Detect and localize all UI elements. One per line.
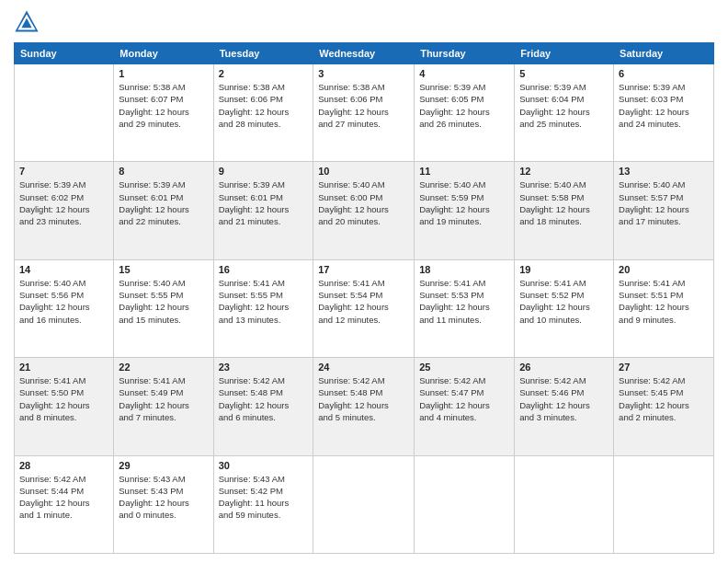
- day-number: 3: [318, 68, 409, 79]
- day-number: 1: [119, 68, 208, 79]
- table-cell: 15Sunrise: 5:40 AM Sunset: 5:55 PM Dayli…: [114, 259, 213, 357]
- table-cell: 28Sunrise: 5:42 AM Sunset: 5:44 PM Dayli…: [15, 455, 114, 553]
- weekday-header-row: SundayMondayTuesdayWednesdayThursdayFrid…: [15, 43, 714, 64]
- day-info: Sunrise: 5:40 AM Sunset: 6:00 PM Dayligh…: [318, 178, 409, 227]
- day-info: Sunrise: 5:41 AM Sunset: 5:53 PM Dayligh…: [419, 277, 509, 326]
- week-row-3: 14Sunrise: 5:40 AM Sunset: 5:56 PM Dayli…: [15, 259, 714, 357]
- table-cell: 13Sunrise: 5:40 AM Sunset: 5:57 PM Dayli…: [614, 162, 714, 259]
- table-cell: 6Sunrise: 5:39 AM Sunset: 6:03 PM Daylig…: [614, 64, 714, 162]
- day-info: Sunrise: 5:43 AM Sunset: 5:43 PM Dayligh…: [119, 473, 208, 522]
- day-number: 11: [419, 166, 509, 177]
- table-cell: [313, 455, 415, 553]
- day-number: 4: [419, 68, 509, 79]
- day-info: Sunrise: 5:38 AM Sunset: 6:06 PM Dayligh…: [318, 81, 409, 130]
- day-number: 14: [19, 264, 108, 275]
- day-info: Sunrise: 5:39 AM Sunset: 6:03 PM Dayligh…: [619, 81, 709, 130]
- table-cell: 22Sunrise: 5:41 AM Sunset: 5:49 PM Dayli…: [114, 358, 213, 455]
- day-info: Sunrise: 5:39 AM Sunset: 6:05 PM Dayligh…: [419, 81, 509, 130]
- day-number: 16: [219, 264, 309, 275]
- table-cell: 5Sunrise: 5:39 AM Sunset: 6:04 PM Daylig…: [515, 64, 614, 162]
- day-number: 12: [519, 166, 609, 177]
- day-info: Sunrise: 5:41 AM Sunset: 5:51 PM Dayligh…: [619, 277, 709, 326]
- day-number: 28: [19, 460, 108, 471]
- day-info: Sunrise: 5:41 AM Sunset: 5:49 PM Dayligh…: [119, 374, 208, 423]
- day-info: Sunrise: 5:41 AM Sunset: 5:52 PM Dayligh…: [519, 277, 609, 326]
- table-cell: 25Sunrise: 5:42 AM Sunset: 5:47 PM Dayli…: [415, 358, 515, 455]
- table-cell: 16Sunrise: 5:41 AM Sunset: 5:55 PM Dayli…: [213, 259, 313, 357]
- day-number: 26: [519, 362, 609, 373]
- table-cell: 7Sunrise: 5:39 AM Sunset: 6:02 PM Daylig…: [15, 162, 114, 259]
- table-cell: 30Sunrise: 5:43 AM Sunset: 5:42 PM Dayli…: [213, 455, 313, 553]
- table-cell: [515, 455, 614, 553]
- page: SundayMondayTuesdayWednesdayThursdayFrid…: [0, 0, 728, 563]
- day-number: 24: [318, 362, 409, 373]
- table-cell: 20Sunrise: 5:41 AM Sunset: 5:51 PM Dayli…: [614, 259, 714, 357]
- day-number: 30: [219, 460, 309, 471]
- table-cell: 17Sunrise: 5:41 AM Sunset: 5:54 PM Dayli…: [313, 259, 415, 357]
- day-number: 15: [119, 264, 208, 275]
- day-info: Sunrise: 5:43 AM Sunset: 5:42 PM Dayligh…: [219, 473, 309, 522]
- day-info: Sunrise: 5:40 AM Sunset: 5:59 PM Dayligh…: [419, 178, 509, 227]
- day-info: Sunrise: 5:40 AM Sunset: 5:55 PM Dayligh…: [119, 277, 208, 326]
- day-number: 19: [519, 264, 609, 275]
- day-info: Sunrise: 5:42 AM Sunset: 5:46 PM Dayligh…: [519, 374, 609, 423]
- table-cell: 19Sunrise: 5:41 AM Sunset: 5:52 PM Dayli…: [515, 259, 614, 357]
- table-cell: 27Sunrise: 5:42 AM Sunset: 5:45 PM Dayli…: [614, 358, 714, 455]
- table-cell: 8Sunrise: 5:39 AM Sunset: 6:01 PM Daylig…: [114, 162, 213, 259]
- day-number: 2: [219, 68, 309, 79]
- day-info: Sunrise: 5:39 AM Sunset: 6:01 PM Dayligh…: [119, 178, 208, 227]
- day-info: Sunrise: 5:39 AM Sunset: 6:02 PM Dayligh…: [19, 178, 108, 227]
- logo-icon: [14, 9, 40, 35]
- day-number: 20: [619, 264, 709, 275]
- day-number: 18: [419, 264, 509, 275]
- table-cell: 10Sunrise: 5:40 AM Sunset: 6:00 PM Dayli…: [313, 162, 415, 259]
- day-number: 25: [419, 362, 509, 373]
- table-cell: 12Sunrise: 5:40 AM Sunset: 5:58 PM Dayli…: [515, 162, 614, 259]
- week-row-1: 1Sunrise: 5:38 AM Sunset: 6:07 PM Daylig…: [15, 64, 714, 162]
- week-row-2: 7Sunrise: 5:39 AM Sunset: 6:02 PM Daylig…: [15, 162, 714, 259]
- day-info: Sunrise: 5:42 AM Sunset: 5:48 PM Dayligh…: [318, 374, 409, 423]
- logo: [14, 9, 43, 35]
- day-info: Sunrise: 5:41 AM Sunset: 5:55 PM Dayligh…: [219, 277, 309, 326]
- table-cell: 14Sunrise: 5:40 AM Sunset: 5:56 PM Dayli…: [15, 259, 114, 357]
- table-cell: [15, 64, 114, 162]
- day-number: 8: [119, 166, 208, 177]
- table-cell: [614, 455, 714, 553]
- table-cell: 9Sunrise: 5:39 AM Sunset: 6:01 PM Daylig…: [213, 162, 313, 259]
- day-info: Sunrise: 5:41 AM Sunset: 5:50 PM Dayligh…: [19, 374, 108, 423]
- calendar-table: SundayMondayTuesdayWednesdayThursdayFrid…: [14, 42, 714, 554]
- day-number: 22: [119, 362, 208, 373]
- day-info: Sunrise: 5:42 AM Sunset: 5:48 PM Dayligh…: [219, 374, 309, 423]
- header-thursday: Thursday: [415, 43, 515, 64]
- header: [14, 9, 714, 35]
- day-info: Sunrise: 5:42 AM Sunset: 5:47 PM Dayligh…: [419, 374, 509, 423]
- table-cell: 2Sunrise: 5:38 AM Sunset: 6:06 PM Daylig…: [213, 64, 313, 162]
- header-sunday: Sunday: [15, 43, 114, 64]
- table-cell: [415, 455, 515, 553]
- day-info: Sunrise: 5:41 AM Sunset: 5:54 PM Dayligh…: [318, 277, 409, 326]
- day-number: 13: [619, 166, 709, 177]
- day-info: Sunrise: 5:42 AM Sunset: 5:45 PM Dayligh…: [619, 374, 709, 423]
- table-cell: 24Sunrise: 5:42 AM Sunset: 5:48 PM Dayli…: [313, 358, 415, 455]
- day-info: Sunrise: 5:40 AM Sunset: 5:56 PM Dayligh…: [19, 277, 108, 326]
- table-cell: 23Sunrise: 5:42 AM Sunset: 5:48 PM Dayli…: [213, 358, 313, 455]
- table-cell: 26Sunrise: 5:42 AM Sunset: 5:46 PM Dayli…: [515, 358, 614, 455]
- day-number: 6: [619, 68, 709, 79]
- day-info: Sunrise: 5:40 AM Sunset: 5:57 PM Dayligh…: [619, 178, 709, 227]
- week-row-5: 28Sunrise: 5:42 AM Sunset: 5:44 PM Dayli…: [15, 455, 714, 553]
- header-friday: Friday: [515, 43, 614, 64]
- table-cell: 29Sunrise: 5:43 AM Sunset: 5:43 PM Dayli…: [114, 455, 213, 553]
- table-cell: 21Sunrise: 5:41 AM Sunset: 5:50 PM Dayli…: [15, 358, 114, 455]
- day-number: 27: [619, 362, 709, 373]
- day-info: Sunrise: 5:38 AM Sunset: 6:07 PM Dayligh…: [119, 81, 208, 130]
- table-cell: 18Sunrise: 5:41 AM Sunset: 5:53 PM Dayli…: [415, 259, 515, 357]
- header-tuesday: Tuesday: [213, 43, 313, 64]
- day-number: 29: [119, 460, 208, 471]
- day-number: 9: [219, 166, 309, 177]
- table-cell: 11Sunrise: 5:40 AM Sunset: 5:59 PM Dayli…: [415, 162, 515, 259]
- day-info: Sunrise: 5:42 AM Sunset: 5:44 PM Dayligh…: [19, 473, 108, 522]
- day-number: 21: [19, 362, 108, 373]
- table-cell: 1Sunrise: 5:38 AM Sunset: 6:07 PM Daylig…: [114, 64, 213, 162]
- day-number: 10: [318, 166, 409, 177]
- table-cell: 4Sunrise: 5:39 AM Sunset: 6:05 PM Daylig…: [415, 64, 515, 162]
